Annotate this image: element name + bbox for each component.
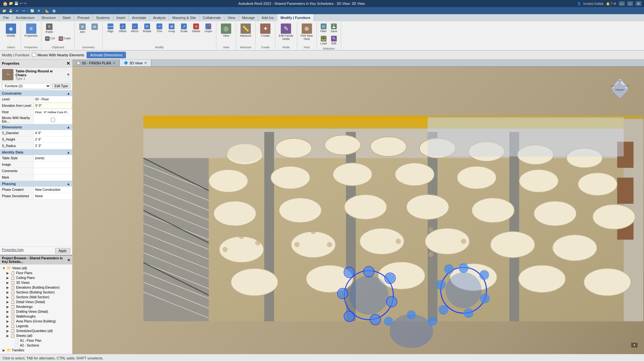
scale-button[interactable]: ↗ Scale	[178, 23, 190, 34]
array-button[interactable]: ⊞ Array	[166, 23, 177, 34]
properties-help-link[interactable]: Properties help	[2, 248, 24, 254]
tree-renderings[interactable]: ▶ 📋 Renderings	[1, 304, 71, 309]
edit-type-button[interactable]: Edit Type	[52, 83, 70, 89]
tab-finish-plan-close[interactable]: ✕	[112, 61, 116, 65]
ribbon-tab-view[interactable]: View	[224, 14, 239, 21]
tree-floor-plans[interactable]: ▶ 📋 Floor Plans	[1, 271, 71, 275]
browser-close-button[interactable]: ✕	[67, 258, 70, 262]
tree-walkthroughs[interactable]: ▶ 📋 Walkthroughs	[1, 314, 71, 319]
properties-button[interactable]: ≡ Properties	[23, 23, 39, 39]
furniture-selector[interactable]: Furniture (2)	[2, 83, 51, 89]
qa-settings-btn[interactable]: ⚙	[36, 8, 42, 14]
align-button[interactable]: ⟺ Align	[105, 23, 116, 34]
tree-sections-building[interactable]: ▶ 📋 Sections (Building Section)	[1, 290, 71, 295]
qa-view-btn[interactable]: 📐	[44, 8, 50, 14]
ribbon-tab-add-ins[interactable]: Add-Ins	[258, 14, 277, 21]
prop-moves-with-value[interactable]	[34, 116, 72, 124]
tree-elevations[interactable]: ▶ 📋 Elevations (Building Elevation)	[1, 285, 71, 290]
tree-ceiling-plans[interactable]: ▶ 📋 Ceiling Plans	[1, 275, 71, 280]
geometry-btn2[interactable]: ⊗	[89, 23, 100, 32]
tab-3d-view-close[interactable]: ✕	[144, 61, 147, 65]
ribbon-group-properties: ≡ Properties Properties	[21, 22, 42, 50]
moves-with-elements-input[interactable]	[32, 53, 36, 57]
ribbon-tab-modify---furniture[interactable]: Modify | Furniture	[277, 14, 314, 21]
modify-button[interactable]: ◈ Modify	[3, 23, 19, 39]
tree-a1-floor-plan[interactable]: 📄 A1 - Floor Plan	[1, 338, 71, 343]
ribbon-tab-analyze[interactable]: Analyze	[150, 14, 169, 21]
edit-family-mode-button[interactable]: ✎ Edit FamilyMode	[277, 23, 295, 42]
offset-button[interactable]: ⤢ Offset	[117, 23, 128, 34]
delete-button[interactable]: ✕ Delete	[190, 23, 202, 34]
tab-finish-plan[interactable]: 📋 02 - FINISH PLAN ✕	[72, 60, 120, 66]
tree-3d-views[interactable]: ▶ 📋 3D Views	[1, 280, 71, 285]
create-button[interactable]: ✦ Create	[258, 23, 273, 39]
unpin-button[interactable]: 📌 Unpin	[203, 23, 214, 34]
ribbon-tab-architecture[interactable]: Architecture	[13, 14, 38, 21]
identity-section-header[interactable]: Identity Data ▲	[0, 149, 72, 155]
ribbon-tab-file[interactable]: File	[0, 14, 13, 21]
tree-sections-wall[interactable]: ▶ 📋 Sections (Wall Section)	[1, 295, 71, 300]
apply-button[interactable]: Apply	[55, 248, 70, 254]
ribbon-group-clipboard-label: Clipboard	[52, 45, 64, 49]
properties-close-button[interactable]: ✕	[66, 61, 70, 66]
moves-with-elements-checkbox[interactable]: Moves With Nearby Elements	[32, 53, 84, 57]
mirror-button[interactable]: ↔ Mirror	[129, 23, 141, 34]
type-arrow[interactable]: ▼	[66, 72, 70, 77]
geometry-icon2: ⊗	[91, 23, 98, 30]
qa-open-btn[interactable]: 📁	[1, 8, 7, 14]
save-selection-button[interactable]: 💾 Save	[329, 23, 339, 34]
ribbon-tab-structure[interactable]: Structure	[38, 14, 59, 21]
close-button[interactable]: ✕	[636, 1, 641, 6]
navigation-cube[interactable]: FRONT LEFT RIGHT TOP	[605, 73, 638, 105]
tree-drafting-views[interactable]: ▶ 📋 Drafting Views (Detail)	[1, 309, 71, 314]
qa-redo-btn[interactable]: ↪	[21, 8, 26, 14]
tree-legends[interactable]: ▶ 📋 Legends	[1, 324, 71, 329]
ribbon-group-measure-label: Measure	[240, 45, 251, 49]
tree-schedules[interactable]: ▶ 📋 Schedules/Quantities (all)	[1, 329, 71, 333]
pick-new-host-button[interactable]: ⊕ Pick NewHost	[299, 23, 315, 42]
moves-checkbox[interactable]	[35, 118, 71, 122]
dimensions-section-header[interactable]: Dimensions ▲	[0, 124, 72, 130]
qa-thin-btn[interactable]: ▦	[51, 8, 57, 14]
constraints-section-header[interactable]: Constraints ▲	[0, 90, 72, 96]
edit-selection-button[interactable]: ✎ Edit	[329, 35, 339, 46]
trim-button[interactable]: ✂ Trim	[154, 23, 165, 34]
tree-views-all[interactable]: ▼ 📁 Views (all)	[1, 266, 71, 271]
measure-button[interactable]: 📏 Measure	[238, 23, 253, 39]
ribbon-tab-precast[interactable]: Precast	[74, 14, 93, 21]
tab-3d-view[interactable]: 🔷 3D View ✕	[120, 60, 151, 66]
join-button[interactable]: ⊕ Join	[77, 23, 88, 35]
qa-save-btn[interactable]: 💾	[8, 8, 14, 14]
qa-sync-btn[interactable]: 🔄	[29, 8, 35, 14]
rotate-button[interactable]: ⟳ Rotate	[141, 23, 153, 34]
ribbon-tab-systems[interactable]: Systems	[93, 14, 113, 21]
ribbon-tab-manage[interactable]: Manage	[239, 14, 259, 21]
properties-selector: Furniture (2) Edit Type	[0, 82, 72, 90]
tree-sheets[interactable]: ▶ 📋 Sheets (all)	[1, 333, 71, 338]
minimize-button[interactable]: —	[619, 1, 625, 6]
tree-detail-views[interactable]: ▶ 📋 Detail Views (Detail)	[1, 300, 71, 304]
view-icon: ◎	[221, 23, 231, 34]
tree-families[interactable]: ▶ 📁 Families	[1, 348, 71, 353]
filter-button[interactable]: ⊟ Filter	[319, 23, 328, 34]
ribbon-tab-collaborate[interactable]: Collaborate	[200, 14, 224, 21]
view-button[interactable]: ◎ View	[218, 23, 234, 39]
qa-undo-btn[interactable]: ↩	[14, 8, 20, 14]
ribbon-group-create-buttons: ✦ Create	[258, 23, 273, 45]
phasing-section-header[interactable]: Phasing ▲	[0, 181, 72, 187]
ribbon-tab-massing-&-site[interactable]: Massing & Site	[169, 14, 199, 21]
ribbon-tab-annotate[interactable]: Annotate	[129, 14, 150, 21]
tree-a2-sections[interactable]: 📄 A2 - Sections	[1, 343, 71, 348]
tree-area-plans[interactable]: ▶ 📋 Area Plans (Gross Building)	[1, 319, 71, 324]
ribbon-tab-steel[interactable]: Steel	[59, 14, 74, 21]
activate-dimensions-button[interactable]: Activate Dimensions	[87, 52, 126, 58]
ribbon-group-mode-label: Mode	[282, 45, 290, 49]
prop-elevation-value[interactable]: 0' 0"	[34, 103, 72, 109]
3d-viewport[interactable]: FRONT LEFT RIGHT TOP ✦	[72, 67, 644, 354]
cut-button[interactable]: ✂ Cut	[43, 35, 56, 42]
maximize-button[interactable]: □	[627, 1, 633, 6]
load-selection-button[interactable]: 📥 Load	[319, 35, 328, 46]
paste-button[interactable]: ⎘ Paste	[43, 23, 55, 35]
copy-button[interactable]: ⊡ Cope	[57, 35, 72, 42]
ribbon-tab-insert[interactable]: Insert	[113, 14, 129, 21]
